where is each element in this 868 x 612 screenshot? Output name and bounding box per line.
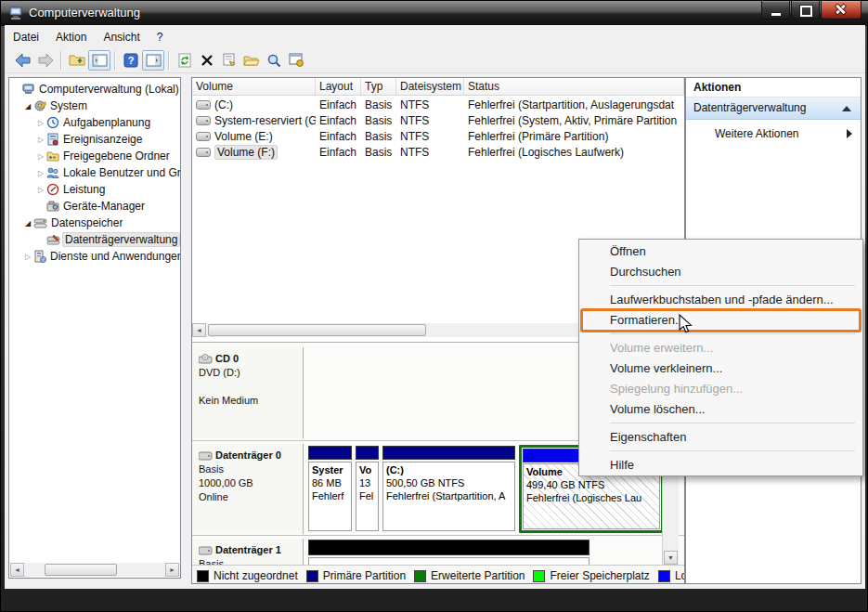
tree-item-system[interactable]: System bbox=[9, 98, 180, 114]
menu-item-volume-loeschen[interactable]: Volume löschen... bbox=[579, 399, 862, 420]
legend-item: Primäre Partition bbox=[306, 569, 406, 582]
actions-header: Aktionen bbox=[686, 78, 861, 98]
menu-item-volume-verkleinern[interactable]: Volume verkleinern... bbox=[579, 358, 862, 379]
partition-volume-e[interactable]: Vo13Fel bbox=[356, 446, 379, 531]
actions-group-datentraegerverwaltung[interactable]: Datenträgerverwaltung bbox=[686, 98, 861, 120]
disk-icon bbox=[199, 451, 213, 461]
mouse-cursor bbox=[678, 314, 694, 336]
menu-item-eigenschaften[interactable]: Eigenschaften bbox=[579, 427, 862, 448]
action-pane-button[interactable] bbox=[142, 50, 164, 71]
scroll-down-icon[interactable]: ▼ bbox=[664, 551, 678, 565]
forward-button[interactable] bbox=[34, 50, 57, 71]
weitere-aktionen-item[interactable]: Weitere Aktionen bbox=[686, 124, 861, 144]
table-row-c[interactable]: (C:) Einfach Basis NTFS Fehlerfrei (Star… bbox=[192, 97, 684, 112]
menu-hilfe[interactable]: ? bbox=[149, 28, 172, 46]
menu-item-oeffnen[interactable]: Öffnen bbox=[579, 241, 862, 262]
partition-color-band bbox=[308, 446, 352, 460]
refresh-icon bbox=[177, 53, 192, 68]
expander-icon[interactable] bbox=[35, 169, 46, 177]
expander-icon[interactable] bbox=[35, 152, 46, 161]
disk1-descriptor[interactable]: Datenträger 1 Basis bbox=[193, 539, 304, 566]
collapse-icon[interactable] bbox=[842, 106, 851, 111]
action-pane-icon bbox=[146, 54, 162, 67]
column-header-typ[interactable]: Typ bbox=[361, 78, 396, 95]
toolbar-separator bbox=[168, 51, 170, 70]
column-header-status[interactable]: Status bbox=[464, 78, 684, 95]
open-folder-button[interactable] bbox=[240, 50, 263, 71]
console-tree: Computerverwaltung (Lokal) System Aufgab… bbox=[8, 77, 181, 579]
close-button[interactable] bbox=[821, 1, 862, 20]
titlebar[interactable]: Computerverwaltung bbox=[1, 1, 868, 26]
table-row-system-reserviert[interactable]: System-reserviert (G:) Einfach Basis NTF… bbox=[192, 112, 684, 128]
minimize-button[interactable] bbox=[761, 1, 790, 20]
expander-icon[interactable] bbox=[22, 219, 33, 228]
expander-icon[interactable] bbox=[35, 119, 46, 127]
legend-color-swatch bbox=[414, 570, 426, 582]
menubar: Datei Aktion Ansicht ? bbox=[5, 26, 865, 47]
export-list-button[interactable] bbox=[285, 50, 307, 71]
tree-item-lokale-benutzer[interactable]: Lokale Benutzer und Gru bbox=[9, 164, 180, 181]
partition-unallocated[interactable] bbox=[308, 540, 589, 566]
partition-system-reserviert[interactable]: Syster86 MBFehlerf bbox=[308, 446, 352, 531]
menu-item-hilfe[interactable]: Hilfe bbox=[579, 455, 862, 475]
column-header-volume[interactable]: Volume bbox=[192, 78, 316, 95]
table-row-volume-f[interactable]: Volume (F:) Einfach Basis NTFS Fehlerfre… bbox=[192, 144, 684, 160]
open-folder-icon bbox=[243, 54, 260, 67]
computer-icon bbox=[22, 83, 35, 96]
scroll-right-icon[interactable]: ► bbox=[165, 563, 179, 577]
tree-item-ereignisanzeige[interactable]: Ereignisanzeige bbox=[9, 131, 180, 148]
refresh-button[interactable] bbox=[174, 50, 196, 71]
context-menu: Öffnen Durchsuchen Laufwerkbuchstaben un… bbox=[578, 239, 863, 476]
properties-button[interactable] bbox=[218, 50, 240, 71]
expander-icon[interactable] bbox=[35, 136, 46, 144]
scroll-left-icon[interactable]: ◄ bbox=[10, 563, 24, 577]
menu-item-laufwerkbuchstaben[interactable]: Laufwerkbuchstaben und -pfade ändern... bbox=[579, 290, 862, 310]
table-row-volume-e[interactable]: Volume (E:) Einfach Basis NTFS Fehlerfre… bbox=[192, 128, 684, 144]
legend-color-swatch bbox=[197, 570, 209, 582]
toolbar-separator bbox=[114, 51, 116, 70]
tree-item-geraete-manager[interactable]: Geräte-Manager bbox=[9, 198, 180, 215]
tree-item-datenspeicher[interactable]: Datenspeicher bbox=[9, 215, 180, 231]
disk0-descriptor[interactable]: Datenträger 0 Basis 1000,00 GB Online bbox=[193, 444, 304, 534]
expander-icon[interactable] bbox=[35, 186, 46, 194]
tree-item-freigegebene-ordner[interactable]: Freigegebene Ordner bbox=[9, 148, 180, 164]
tree-item-aufgabenplanung[interactable]: Aufgabenplanung bbox=[9, 114, 180, 131]
expander-icon[interactable] bbox=[22, 102, 33, 111]
delete-button[interactable] bbox=[196, 50, 218, 71]
column-header-layout[interactable]: Layout bbox=[316, 78, 361, 95]
partition-legend: Nicht zugeordnet Primäre Partition Erwei… bbox=[192, 565, 685, 584]
volume-list-header: Volume Layout Typ Dateisystem Status bbox=[192, 78, 684, 96]
volume-icon bbox=[196, 148, 211, 157]
forward-icon bbox=[37, 53, 54, 68]
column-header-dateisystem[interactable]: Dateisystem bbox=[396, 78, 464, 95]
shared-folders-icon bbox=[46, 150, 59, 163]
scrollbar-thumb[interactable] bbox=[45, 564, 117, 576]
tree-horizontal-scrollbar[interactable]: ◄ ► bbox=[10, 563, 179, 577]
storage-icon bbox=[33, 216, 47, 229]
cd0-descriptor[interactable]: CD 0 DVD (D:) Kein Medium bbox=[193, 347, 304, 438]
help-button[interactable]: ? bbox=[120, 50, 142, 71]
search-button[interactable] bbox=[263, 50, 285, 71]
partition-c[interactable]: (C:)500,50 GB NTFSFehlerfrei (Startparti… bbox=[382, 446, 515, 531]
menu-ansicht[interactable]: Ansicht bbox=[95, 28, 148, 46]
toolbar: ? bbox=[5, 47, 865, 73]
menu-item-durchsuchen[interactable]: Durchsuchen bbox=[579, 262, 862, 282]
tree-item-datentraegerverwaltung[interactable]: Datenträgerverwaltung bbox=[9, 231, 180, 248]
tree-item-leistung[interactable]: Leistung bbox=[9, 181, 180, 198]
tree-item-dienste-anwendungen[interactable]: Dienste und Anwendungen bbox=[9, 248, 180, 265]
device-manager-icon bbox=[46, 200, 59, 213]
maximize-button[interactable] bbox=[791, 1, 820, 20]
scroll-left-icon[interactable]: ◄ bbox=[192, 323, 206, 337]
folder-up-button[interactable] bbox=[66, 50, 88, 71]
formatieren-highlight-box bbox=[580, 308, 862, 332]
folder-up-icon bbox=[69, 53, 85, 67]
delete-icon bbox=[201, 54, 214, 67]
menu-datei[interactable]: Datei bbox=[5, 28, 47, 46]
expander-icon[interactable] bbox=[22, 253, 33, 261]
back-button[interactable] bbox=[12, 50, 34, 71]
menu-aktion[interactable]: Aktion bbox=[47, 28, 95, 46]
legend-item: Logisch bbox=[658, 569, 685, 582]
tree-item-computerverwaltung[interactable]: Computerverwaltung (Lokal) bbox=[9, 81, 180, 98]
scrollbar-thumb[interactable] bbox=[208, 324, 426, 336]
console-tree-button[interactable] bbox=[88, 50, 110, 71]
